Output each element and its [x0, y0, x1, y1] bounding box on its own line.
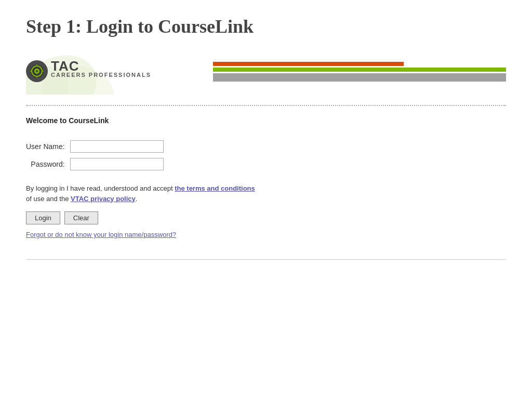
password-input[interactable]	[70, 158, 164, 170]
logo-circle	[26, 60, 48, 82]
svg-point-6	[36, 70, 38, 72]
bottom-divider	[26, 259, 506, 260]
clear-button[interactable]: Clear	[64, 211, 98, 224]
page-title: Step 1: Login to CourseLink	[0, 0, 532, 48]
bar-orange	[213, 62, 404, 66]
dotted-divider	[26, 105, 506, 106]
password-label: Password:	[26, 155, 70, 173]
content-area: Welcome to CourseLink User Name: Passwor…	[0, 114, 532, 254]
header-banner: TAC CAREERS PROFESSIONALS	[26, 48, 506, 95]
username-input[interactable]	[70, 140, 164, 153]
terms-middle: of use and the	[26, 195, 71, 203]
terms-suffix: .	[136, 195, 138, 203]
terms-text: By logging in I have read, understood an…	[26, 183, 260, 204]
username-label: User Name:	[26, 138, 70, 155]
logo-careers-text: CAREERS PROFESSIONALS	[51, 72, 151, 78]
username-row: User Name:	[26, 138, 168, 155]
login-form: User Name: Password:	[26, 138, 168, 173]
terms-prefix: By logging in I have read, understood an…	[26, 184, 175, 192]
login-button[interactable]: Login	[26, 211, 60, 224]
banner-bars	[213, 62, 506, 82]
welcome-text: Welcome to CourseLink	[26, 116, 506, 125]
button-row: Login Clear	[26, 211, 506, 224]
privacy-link[interactable]: VTAC privacy policy	[71, 195, 136, 203]
terms-link[interactable]: the terms and conditions	[175, 184, 255, 192]
bar-green	[213, 68, 506, 72]
password-row: Password:	[26, 155, 168, 173]
bar-gray	[213, 73, 506, 82]
forgot-password-link[interactable]: Forgot or do not know your login name/pa…	[26, 231, 506, 238]
